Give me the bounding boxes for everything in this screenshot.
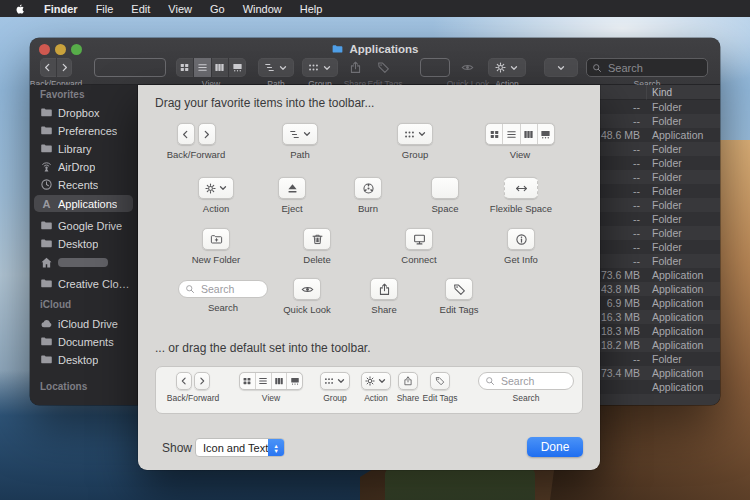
- list-view-button[interactable]: [194, 58, 212, 77]
- palette-item-delete[interactable]: Delete: [277, 228, 357, 265]
- default-item-view[interactable]: View: [241, 372, 301, 403]
- file-kind: Application: [652, 381, 703, 393]
- file-kind: Folder: [652, 241, 682, 253]
- file-row[interactable]: 18.2 MB Application: [600, 338, 720, 352]
- file-row[interactable]: 6.9 MB Application: [600, 296, 720, 310]
- palette-item-space[interactable]: Space: [405, 177, 485, 214]
- sidebar-item-home[interactable]: [34, 254, 133, 271]
- default-item-search[interactable]: Search: [478, 372, 574, 403]
- palette-item-share[interactable]: Share: [344, 278, 424, 315]
- forward-button[interactable]: [57, 58, 73, 77]
- toolbar-search-field[interactable]: [586, 58, 708, 77]
- done-button[interactable]: Done: [527, 437, 583, 457]
- file-row[interactable]: -- Folder: [600, 142, 720, 156]
- chevron-down-icon: [509, 63, 519, 73]
- menu-item-go[interactable]: Go: [210, 3, 225, 15]
- edit-tags-button[interactable]: [374, 58, 392, 77]
- search-input[interactable]: [499, 374, 567, 388]
- menu-item-help[interactable]: Help: [300, 3, 323, 15]
- file-row[interactable]: -- Folder: [600, 114, 720, 128]
- file-size: --: [600, 157, 640, 169]
- menu-item-view[interactable]: View: [168, 3, 192, 15]
- palette-item-view[interactable]: View: [470, 123, 570, 160]
- menu-item-window[interactable]: Window: [243, 3, 282, 15]
- sidebar-item-applications[interactable]: A Applications: [34, 195, 133, 212]
- file-row[interactable]: -- Folder: [600, 254, 720, 268]
- view-segmented-control[interactable]: [176, 58, 246, 77]
- file-row[interactable]: 43.8 MB Application: [600, 282, 720, 296]
- menu-item-finder[interactable]: Finder: [44, 3, 78, 15]
- file-size: --: [600, 185, 640, 197]
- file-row[interactable]: -- Folder: [600, 156, 720, 170]
- file-row[interactable]: -- Folder: [600, 352, 720, 366]
- file-row[interactable]: -- Folder: [600, 170, 720, 184]
- search-input[interactable]: [199, 282, 261, 296]
- path-button[interactable]: [258, 58, 294, 77]
- file-list-header[interactable]: Kind: [600, 85, 720, 100]
- palette-item-edit-tags[interactable]: Edit Tags: [419, 278, 499, 315]
- palette-item-back-forward[interactable]: Back/Forward: [156, 123, 236, 160]
- file-row[interactable]: -- Folder: [600, 184, 720, 198]
- file-row[interactable]: 16.3 MB Application: [600, 310, 720, 324]
- menu-item-file[interactable]: File: [96, 3, 114, 15]
- sidebar-item-icloud-drive[interactable]: iCloud Drive: [34, 315, 133, 332]
- apple-menu-icon[interactable]: [14, 2, 26, 16]
- palette-item-burn[interactable]: Burn: [328, 177, 408, 214]
- default-toolbar-set[interactable]: Back/Forward View Group: [155, 366, 583, 414]
- palette-item-new-folder[interactable]: New Folder: [176, 228, 256, 265]
- share-button[interactable]: [346, 58, 364, 77]
- palette-item-get-info[interactable]: Get Info: [481, 228, 561, 265]
- toolbar-dropdown-button[interactable]: [544, 58, 578, 77]
- show-dropdown[interactable]: Icon and Text ▴ ▾: [195, 438, 285, 457]
- file-row[interactable]: -- Folder: [600, 226, 720, 240]
- column-view-icon: [274, 376, 284, 386]
- palette-item-path[interactable]: Path: [260, 123, 340, 160]
- chevron-down-icon: [336, 376, 346, 386]
- sidebar-item-creative-cloud[interactable]: Creative Cloud File: [34, 275, 133, 292]
- sidebar-item-dropbox[interactable]: Dropbox: [34, 104, 133, 121]
- file-row[interactable]: 73.6 MB Application: [600, 268, 720, 282]
- tag-icon: [453, 283, 466, 296]
- default-item-back-forward[interactable]: Back/Forward: [164, 372, 222, 403]
- quick-look-button[interactable]: [458, 58, 476, 77]
- back-forward-buttons[interactable]: [40, 58, 72, 77]
- icon-view-button[interactable]: [176, 58, 194, 77]
- column-view-button[interactable]: [212, 58, 230, 77]
- file-row[interactable]: 73.4 MB Application: [600, 366, 720, 380]
- sidebar-item-library[interactable]: Library: [34, 140, 133, 157]
- sidebar-item-documents[interactable]: Documents: [34, 333, 133, 350]
- sidebar-item-google-drive[interactable]: Google Drive: [34, 217, 133, 234]
- file-row[interactable]: 18.3 MB Application: [600, 324, 720, 338]
- sidebar-item-recents[interactable]: Recents: [34, 176, 133, 193]
- file-row[interactable]: 48.6 MB Application: [600, 128, 720, 142]
- file-row[interactable]: Application: [600, 380, 720, 394]
- toolbar-drop-placeholder[interactable]: [420, 58, 450, 77]
- palette-item-search[interactable]: Search: [173, 280, 273, 313]
- sidebar-item-desktop-icloud[interactable]: Desktop: [34, 351, 133, 368]
- default-item-edit-tags[interactable]: Edit Tags: [420, 372, 460, 403]
- search-input[interactable]: [606, 61, 702, 75]
- palette-item-group[interactable]: Group: [375, 123, 455, 160]
- palette-item-action[interactable]: Action: [176, 177, 256, 214]
- file-size: --: [600, 241, 640, 253]
- folder-icon: [40, 277, 53, 290]
- action-button[interactable]: [488, 58, 526, 77]
- file-row[interactable]: -- Folder: [600, 198, 720, 212]
- palette-item-connect[interactable]: Connect: [379, 228, 459, 265]
- sidebar-item-airdrop[interactable]: AirDrop: [34, 158, 133, 175]
- gallery-view-button[interactable]: [229, 58, 246, 77]
- file-row[interactable]: -- Folder: [600, 212, 720, 226]
- toolbar-drop-placeholder[interactable]: [94, 58, 166, 77]
- sidebar-item-preferences[interactable]: Preferences: [34, 122, 133, 139]
- file-kind: Folder: [652, 157, 682, 169]
- back-button[interactable]: [40, 58, 57, 77]
- menu-item-edit[interactable]: Edit: [131, 3, 150, 15]
- group-button[interactable]: [302, 58, 338, 77]
- palette-item-eject[interactable]: Eject: [252, 177, 332, 214]
- group-icon: [404, 129, 415, 140]
- file-row[interactable]: -- Folder: [600, 100, 720, 114]
- palette-item-flexible-space[interactable]: Flexible Space: [481, 177, 561, 214]
- palette-item-quick-look[interactable]: Quick Look: [267, 278, 347, 315]
- sidebar-item-desktop[interactable]: Desktop: [34, 235, 133, 252]
- file-row[interactable]: -- Folder: [600, 240, 720, 254]
